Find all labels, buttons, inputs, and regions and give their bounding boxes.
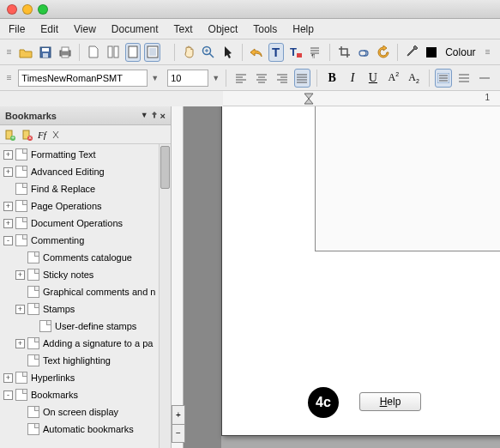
zoom-tool-icon[interactable] xyxy=(201,43,217,62)
page-icon xyxy=(27,269,39,281)
zoom-control[interactable]: + − xyxy=(172,405,185,443)
tree-toggle-icon[interactable]: - xyxy=(3,236,13,245)
page-icon xyxy=(15,389,27,401)
menu-file[interactable]: File xyxy=(9,23,25,35)
page-fit-icon[interactable] xyxy=(144,43,160,62)
tree-toggle-icon[interactable]: + xyxy=(3,202,13,211)
list-boxed-icon[interactable] xyxy=(435,69,452,88)
bookmark-label: Advanced Editing xyxy=(31,166,105,177)
svg-rect-2 xyxy=(43,53,48,58)
close-window-icon[interactable] xyxy=(7,4,17,15)
text-color-tool-icon[interactable]: T xyxy=(287,43,304,62)
bookmark-item[interactable]: +Hyperlinks xyxy=(0,369,171,386)
svg-text:+: + xyxy=(11,135,15,141)
eyedropper-icon[interactable] xyxy=(404,43,420,62)
svg-line-12 xyxy=(209,53,214,58)
bookmark-item[interactable]: +Sticky notes xyxy=(0,266,171,283)
bookmark-label: User-define stamps xyxy=(55,321,136,331)
italic-icon[interactable]: I xyxy=(344,69,361,88)
zoom-out-icon[interactable]: − xyxy=(172,424,184,443)
panel-close-icon[interactable]: × xyxy=(160,111,166,121)
document-area[interactable]: URL: http.//www.iceni.com Help 4c Iceni … xyxy=(172,106,500,448)
workspace: Bookmarks ▼ × + × Ff +Formatting Text+Ad… xyxy=(0,106,500,448)
font-family-select[interactable] xyxy=(18,70,148,87)
bookmark-item[interactable]: Graphical comments and n xyxy=(0,283,171,300)
paragraph-tool-icon[interactable]: ¶ xyxy=(307,43,323,62)
bookmark-item[interactable]: +Stamps xyxy=(0,300,171,318)
add-bookmark-icon[interactable]: + xyxy=(3,129,15,141)
underline-icon[interactable]: U xyxy=(364,69,382,88)
menu-text[interactable]: Text xyxy=(174,23,193,35)
bookmark-item[interactable]: On screen display xyxy=(0,403,171,421)
delete-bookmark-icon[interactable]: × xyxy=(21,129,33,141)
bookmark-item[interactable]: User-define stamps xyxy=(0,318,171,335)
bookmark-item[interactable]: Find & Replace xyxy=(0,180,171,197)
zoom-in-icon[interactable]: + xyxy=(172,406,184,424)
save-icon[interactable] xyxy=(38,43,54,62)
hand-tool-icon[interactable] xyxy=(181,43,197,62)
bookmark-item[interactable]: -Bookmarks xyxy=(0,386,171,403)
panel-pin-icon[interactable] xyxy=(150,111,159,121)
bookmark-item[interactable]: Automatic bookmarks xyxy=(0,421,171,438)
menu-help[interactable]: Help xyxy=(292,23,314,35)
tree-toggle-icon[interactable]: + xyxy=(3,373,13,383)
align-justify-icon[interactable] xyxy=(294,69,311,88)
tree-toggle-icon[interactable]: + xyxy=(3,219,13,228)
page-columns-icon[interactable] xyxy=(105,43,122,62)
bookmarks-toolbar: + × Ff xyxy=(0,125,171,144)
tree-scrollbar[interactable] xyxy=(159,144,171,448)
print-icon[interactable] xyxy=(57,43,73,62)
bold-icon[interactable]: B xyxy=(323,69,340,88)
menu-tools[interactable]: Tools xyxy=(253,23,277,35)
superscript-icon[interactable]: A2 xyxy=(385,69,402,88)
bookmark-font-icon[interactable]: Ff xyxy=(38,130,46,140)
tree-toggle-icon[interactable]: + xyxy=(3,150,13,160)
list-single-icon[interactable] xyxy=(476,69,493,88)
tree-toggle-icon[interactable]: + xyxy=(15,270,25,280)
tree-toggle-icon[interactable]: + xyxy=(3,167,13,177)
colour-swatch-icon[interactable] xyxy=(423,43,439,62)
list-lines-icon[interactable] xyxy=(455,69,473,88)
zoom-window-icon[interactable] xyxy=(38,4,48,15)
bookmark-item[interactable]: +Adding a signature to a pa xyxy=(0,335,171,352)
menu-document[interactable]: Document xyxy=(111,23,159,35)
bookmark-label: Sticky notes xyxy=(43,269,93,280)
bookmark-item[interactable]: Text highlighting xyxy=(0,352,171,369)
open-icon[interactable] xyxy=(18,43,34,62)
bookmark-item[interactable]: +Document Operations xyxy=(0,215,171,232)
pointer-tool-icon[interactable] xyxy=(220,43,236,62)
panel-menu-icon[interactable]: ▼ xyxy=(141,111,148,121)
link-icon[interactable] xyxy=(355,43,371,62)
window-titlebar xyxy=(0,0,500,19)
menu-view[interactable]: View xyxy=(74,23,96,35)
align-center-icon[interactable] xyxy=(253,69,270,88)
subscript-icon[interactable]: A2 xyxy=(406,69,423,88)
tree-toggle-icon[interactable]: - xyxy=(3,390,13,400)
bookmark-item[interactable]: +Formatting Text xyxy=(0,146,171,163)
align-right-icon[interactable] xyxy=(274,69,291,88)
page-icon xyxy=(15,217,27,229)
page-single-icon[interactable] xyxy=(125,43,142,62)
redo-loop-icon[interactable] xyxy=(375,43,391,62)
new-page-icon[interactable] xyxy=(86,43,102,62)
bookmark-item[interactable]: +Page Operations xyxy=(0,197,171,215)
page-icon xyxy=(15,166,27,178)
bookmark-item[interactable]: -Commenting xyxy=(0,232,171,249)
minimize-window-icon[interactable] xyxy=(22,4,33,15)
crop-icon[interactable] xyxy=(336,43,352,62)
undo-icon[interactable] xyxy=(249,43,265,62)
help-button[interactable]: Help xyxy=(359,392,421,411)
bookmark-item[interactable]: Comments catalogue xyxy=(0,249,171,266)
font-size-select[interactable] xyxy=(167,70,208,87)
ruler-indent-marker[interactable] xyxy=(304,93,314,105)
text-tool-icon[interactable]: T xyxy=(268,43,285,62)
tree-toggle-icon[interactable]: + xyxy=(15,305,25,314)
align-left-icon[interactable] xyxy=(232,69,250,88)
bookmark-item[interactable]: +Advanced Editing xyxy=(0,163,171,180)
page-icon xyxy=(27,286,39,298)
menu-object[interactable]: Object xyxy=(208,23,238,35)
menu-edit[interactable]: Edit xyxy=(40,23,58,35)
page-icon xyxy=(27,337,39,349)
bookmark-settings-icon[interactable] xyxy=(51,130,62,140)
tree-toggle-icon[interactable]: + xyxy=(15,339,25,348)
